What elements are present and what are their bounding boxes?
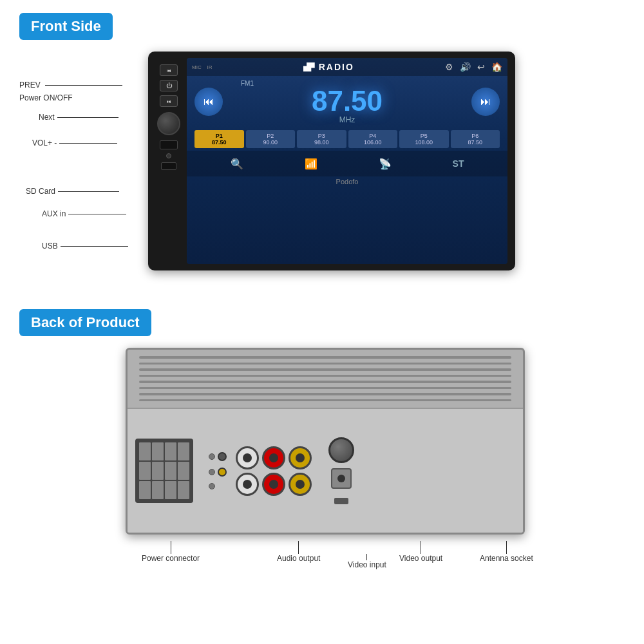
rca-yellow-1 [289,446,312,469]
preset-6[interactable]: P6 87.50 [451,130,500,148]
screen-bottom-bar: 🔍 📶 📡 ST [187,151,507,176]
prev-annotation: PREV [19,80,122,90]
back-icon[interactable]: ↩ [477,62,485,72]
power-connector-annotation: Power connector [142,541,200,563]
volume-icon[interactable]: 🔊 [460,62,471,72]
screw-bot [209,483,215,489]
power-annotation: Power ON/OFF [19,93,73,102]
left-controls: ⏮ ⏻ ⏭ [153,64,184,170]
preset-2[interactable]: P2 90.00 [246,130,296,148]
aux-annotation: AUX in [42,209,126,218]
top-icons: ⚙ 🔊 ↩ 🏠 [445,62,502,72]
next-annotation: Next [39,113,118,122]
aux-jack [166,153,171,158]
video-input-annotation: Video input [348,554,386,569]
preset-3[interactable]: P3 98.00 [297,130,346,148]
back-label: Back of Product [19,309,151,336]
power-connector [135,439,193,503]
rca-red-2 [262,473,285,496]
next-track-button[interactable]: ⏭ [471,88,500,116]
frequency-number: 87.50 [228,87,466,115]
usb-port [161,162,176,170]
screen-main-content: ⏮ FM1 87.50 MHz ⏭ [187,76,507,128]
next-button[interactable]: ⏭ [160,95,178,107]
settings-icon[interactable]: ⚙ [445,62,453,72]
radio-icon [303,62,315,71]
rca-white-1 [236,446,259,469]
screen-topbar: MIC IR RADIO ⚙ 🔊 ↩ 🏠 [187,58,507,76]
brand-label: Podofo [187,176,507,187]
front-device: ⏮ ⏻ ⏭ MIC IR RADIO ⚙ [148,52,515,270]
rca-yellow-2 [289,473,312,496]
antenna-socket [331,468,352,489]
screw-top [209,453,215,460]
sdcard-annotation: SD Card [26,187,119,196]
right-connectors [328,437,354,504]
vent-area [134,353,516,404]
rca-white-2 [236,473,259,496]
preset-4[interactable]: P4 106.00 [348,130,398,148]
frequency-display: FM1 87.50 MHz [223,80,471,124]
preset-1[interactable]: P1 87.50 [194,130,244,148]
home-icon[interactable]: 🏠 [491,62,502,72]
vol-knob[interactable] [157,112,180,135]
screen: MIC IR RADIO ⚙ 🔊 ↩ 🏠 ⏮ [187,58,507,264]
radio-title: RADIO [303,62,354,72]
back-device: CE [126,348,525,535]
right-knob [328,437,354,463]
front-label: Front Side [19,13,113,40]
power-button[interactable]: ⏻ [160,80,178,91]
mini-jack-mid [218,468,227,477]
connector-area [209,452,227,489]
back-bottom-area [128,408,523,533]
audio-output-annotation: Audio output [277,541,320,563]
mic-ir-label: MIC IR [192,64,213,70]
video-output-annotation: Video output [399,541,442,563]
mini-jack-top [218,452,227,461]
presets-bar: P1 87.50 P2 90.00 P3 98.00 P4 106.00 P5 [187,128,507,151]
st-label: ST [453,158,464,169]
rca-group [236,446,319,496]
preset-5[interactable]: P5 108.00 [399,130,449,148]
prev-button[interactable]: ⏮ [160,64,178,76]
prev-track-button[interactable]: ⏮ [194,88,223,116]
antenna-socket-annotation: Antenna socket [480,541,533,563]
usb-annotation: USB [42,242,128,251]
wifi-icon[interactable]: 📶 [305,158,317,170]
fuse-slot [334,498,348,504]
screw-mid [209,469,215,475]
vol-annotation: VOL+ - [32,138,117,147]
frequency-unit: MHz [228,115,466,124]
sd-card-slot [160,140,178,149]
rca-red-1 [262,446,285,469]
bluetooth-icon[interactable]: 📡 [379,158,392,170]
search-icon[interactable]: 🔍 [231,158,243,170]
